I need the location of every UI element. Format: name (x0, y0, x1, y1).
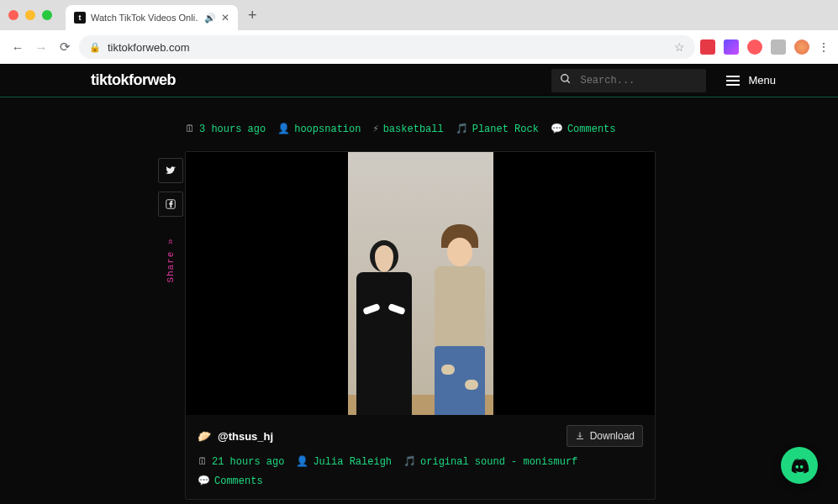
menu-label: Menu (748, 74, 776, 87)
facebook-icon (165, 198, 177, 210)
tab-bar: t Watch TikTok Videos Onli… 🔊 ✕ + (0, 0, 838, 30)
window-close-icon[interactable] (8, 10, 18, 20)
svg-line-1 (567, 81, 570, 83)
prev-post-meta: 🗓3 hours ago 👤hoopsnation ⚡basketball 🎵P… (185, 123, 653, 135)
profile-avatar-icon[interactable] (794, 39, 809, 55)
lock-icon: 🔒 (89, 42, 101, 53)
share-facebook-button[interactable] (158, 192, 183, 217)
handle-emoji-icon: 🥟 (198, 430, 211, 443)
search-icon (560, 73, 572, 87)
download-icon (575, 431, 585, 441)
browser-menu-icon[interactable]: ⋮ (818, 40, 830, 54)
music-icon: 🎵 (403, 455, 416, 468)
prev-comments-link[interactable]: Comments (567, 123, 616, 135)
music-icon: 🎵 (456, 123, 468, 135)
browser-tab[interactable]: t Watch TikTok Videos Onli… 🔊 ✕ (66, 5, 238, 30)
prev-time: 3 hours ago (199, 123, 266, 135)
post-card: 🥟 @thsus_hj Download 🗓21 hours ago 👤Juli… (185, 151, 656, 500)
discord-fab[interactable] (781, 447, 818, 484)
calendar-icon: 🗓 (198, 455, 208, 468)
extension-icon[interactable] (724, 39, 739, 55)
site-body: tiktokforweb Menu 🗓3 hours ago 👤hoopsnat… (0, 64, 838, 504)
prev-sound-link[interactable]: Planet Rock (472, 123, 539, 135)
hamburger-icon (726, 76, 740, 86)
calendar-icon: 🗓 (185, 123, 195, 135)
favicon-icon: t (74, 12, 86, 24)
user-icon: 👤 (296, 455, 308, 468)
bookmark-icon[interactable]: ☆ (674, 40, 685, 54)
tag-icon: ⚡ (372, 123, 378, 135)
address-bar: ← → ⟳ 🔒 tiktokforweb.com ☆ ⋮ (0, 30, 838, 64)
back-button[interactable]: ← (8, 38, 27, 56)
window-minimize-icon[interactable] (25, 10, 35, 20)
video-player[interactable] (186, 152, 655, 415)
download-button[interactable]: Download (567, 425, 643, 447)
search-input[interactable] (580, 75, 698, 87)
post-meta: 🥟 @thsus_hj Download 🗓21 hours ago 👤Juli… (186, 415, 655, 499)
url-text: tiktokforweb.com (108, 41, 190, 54)
window-controls (8, 10, 52, 20)
post-handle[interactable]: 🥟 @thsus_hj (198, 430, 273, 443)
prev-user-link[interactable]: hoopsnation (294, 123, 361, 135)
post-sound-link[interactable]: original sound - monismurf (420, 456, 577, 468)
download-label: Download (590, 430, 635, 442)
share-label: Share » (166, 238, 176, 282)
search-box[interactable] (551, 69, 706, 92)
post-comments-link[interactable]: Comments (214, 475, 263, 487)
url-field[interactable]: 🔒 tiktokforweb.com ☆ (79, 35, 695, 59)
tab-audio-icon[interactable]: 🔊 (204, 13, 216, 24)
svg-point-0 (561, 75, 568, 81)
extension-icon[interactable] (700, 39, 715, 55)
reload-button[interactable]: ⟳ (55, 38, 74, 56)
extension-icons: ⋮ (700, 39, 830, 55)
comment-icon: 💬 (551, 123, 563, 135)
window-maximize-icon[interactable] (42, 10, 52, 20)
tab-close-icon[interactable]: ✕ (221, 12, 229, 24)
prev-tag-link[interactable]: basketball (383, 123, 444, 135)
handle-text: @thsus_hj (218, 430, 273, 443)
tab-title: Watch TikTok Videos Onli… (91, 13, 199, 23)
extension-icon[interactable] (771, 39, 786, 55)
share-twitter-button[interactable] (158, 158, 183, 183)
forward-button[interactable]: → (32, 38, 50, 56)
brand-logo[interactable]: tiktokforweb (91, 71, 176, 89)
site-header: tiktokforweb Menu (0, 64, 838, 97)
user-icon: 👤 (277, 123, 290, 135)
browser-chrome: t Watch TikTok Videos Onli… 🔊 ✕ + ← → ⟳ … (0, 0, 838, 64)
extension-icon[interactable] (747, 39, 762, 55)
post-user-link[interactable]: Julia Raleigh (313, 456, 392, 468)
comment-icon: 💬 (198, 475, 210, 487)
new-tab-button[interactable]: + (248, 7, 257, 24)
post-time: 21 hours ago (212, 456, 284, 468)
menu-button[interactable]: Menu (726, 74, 776, 87)
discord-icon (789, 455, 809, 475)
video-still (348, 152, 493, 415)
twitter-icon (165, 165, 177, 176)
